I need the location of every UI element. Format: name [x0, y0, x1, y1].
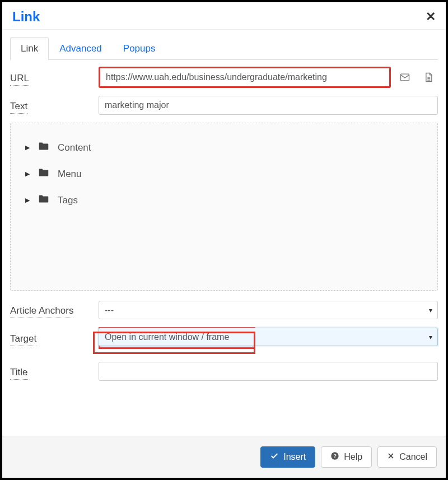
- anchors-label: Article Anchors: [10, 305, 73, 318]
- svg-text:?: ?: [333, 453, 337, 459]
- tree-item-content[interactable]: ▶ Content: [25, 134, 423, 161]
- document-icon[interactable]: [419, 68, 438, 87]
- text-label: Text: [10, 101, 27, 114]
- help-button[interactable]: ? Help: [321, 446, 372, 468]
- check-icon: [270, 451, 279, 463]
- url-label: URL: [10, 73, 29, 86]
- cancel-button[interactable]: Cancel: [377, 446, 437, 468]
- help-label: Help: [344, 452, 362, 462]
- tab-link[interactable]: Link: [10, 37, 49, 60]
- target-select-full[interactable]: Open in current window / frame: [99, 328, 438, 346]
- close-icon: [387, 452, 395, 462]
- tree-item-menu[interactable]: ▶ Menu: [25, 161, 423, 187]
- dialog-title: Link: [12, 9, 40, 25]
- tab-advanced[interactable]: Advanced: [49, 37, 113, 60]
- dialog-footer: Insert ? Help Cancel: [2, 436, 446, 478]
- folder-icon: [38, 193, 50, 208]
- tree-item-tags[interactable]: ▶ Tags: [25, 187, 423, 213]
- caret-right-icon: ▶: [25, 144, 30, 151]
- tab-bar: Link Advanced Popups: [2, 30, 446, 59]
- tree-item-label: Content: [58, 142, 91, 153]
- email-icon[interactable]: [395, 68, 414, 87]
- title-row: Title: [10, 362, 438, 381]
- url-row: URL: [10, 67, 438, 88]
- folder-icon: [38, 140, 50, 155]
- caret-right-icon: ▶: [25, 197, 30, 204]
- link-browser-tree: ▶ Content ▶ Menu ▶ Tags: [10, 123, 438, 291]
- url-input[interactable]: [99, 67, 391, 88]
- help-icon: ?: [330, 451, 339, 463]
- insert-button[interactable]: Insert: [260, 446, 315, 468]
- tab-popups[interactable]: Popups: [113, 37, 166, 60]
- tree-item-label: Tags: [58, 195, 78, 206]
- text-input[interactable]: [99, 96, 438, 115]
- svg-rect-0: [401, 74, 409, 81]
- tree-item-label: Menu: [58, 169, 82, 180]
- folder-icon: [38, 166, 50, 181]
- dialog-header: Link ✕: [2, 2, 446, 30]
- title-label: Title: [10, 367, 28, 380]
- anchors-row: Article Anchors --- ▾: [10, 301, 438, 319]
- anchors-select[interactable]: ---: [99, 301, 438, 319]
- text-row: Text: [10, 96, 438, 115]
- close-icon[interactable]: ✕: [426, 10, 436, 24]
- insert-label: Insert: [283, 452, 306, 462]
- caret-right-icon: ▶: [25, 170, 30, 178]
- title-input[interactable]: [99, 362, 438, 381]
- form-area: URL Text ▶ Conte: [2, 60, 446, 436]
- link-dialog: Link ✕ Link Advanced Popups URL Text: [2, 2, 446, 478]
- cancel-label: Cancel: [399, 452, 427, 462]
